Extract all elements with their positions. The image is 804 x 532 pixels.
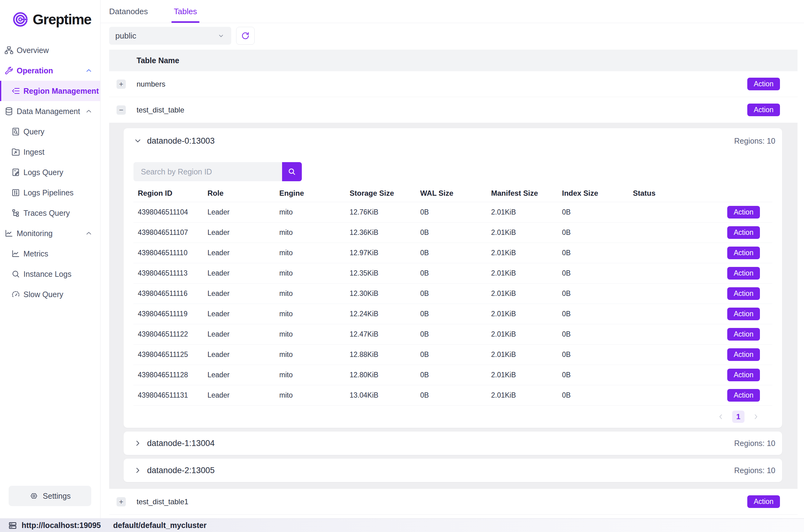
wal-size-cell: 0B [420,350,491,359]
column-header-manifest-size: Manifest Size [491,189,562,197]
sidebar-item-label: Ingest [23,148,44,156]
chevron-up-icon[interactable] [85,66,93,75]
region-row: 4398046511116Leadermito12.30KiB0B2.01KiB… [133,284,772,304]
status-bar: http://localhost:19095 default/default_m… [0,518,804,532]
datanode-0-header[interactable]: datanode-0:13003 Regions: 10 [123,128,782,153]
region-action-button[interactable]: Action [727,206,760,218]
region-id-cell: 4398046511104 [138,208,208,216]
region-action-button[interactable]: Action [727,328,760,341]
region-id-cell: 4398046511110 [138,249,208,257]
region-row: 4398046511113Leadermito12.35KiB0B2.01KiB… [133,263,772,284]
datanode-title: datanode-0:13003 [147,136,214,146]
sidebar-item-slow-query[interactable]: Slow Query [0,284,100,305]
column-header-region-id: Region ID [138,189,208,197]
sidebar-item-metrics[interactable]: Metrics [0,244,100,264]
engine-cell: mito [279,330,350,338]
column-header-index-size: Index Size [562,189,633,197]
page-number-button[interactable]: 1 [732,411,745,423]
sidebar-item-instance-logs[interactable]: Instance Logs [0,264,100,284]
region-action-button[interactable]: Action [727,308,760,320]
main-content: Datanodes Tables public Table Name + num… [100,0,804,518]
engine-cell: mito [279,249,350,257]
sidebar-item-label: Query [23,127,44,136]
sidebar-item-logs-pipelines[interactable]: Logs Pipelines [0,183,100,203]
expand-row-button[interactable]: + [117,79,126,89]
sidebar-item-query[interactable]: Query [0,121,100,142]
tables-list-header: Table Name [109,50,798,71]
sidebar-item-ingest[interactable]: Ingest [0,142,100,162]
region-id-cell: 4398046511107 [138,228,208,237]
chevron-down-icon [217,32,225,40]
sidebar-item-logs-query[interactable]: Logs Query [0,162,100,183]
engine-cell: mito [279,371,350,379]
sidebar-item-overview[interactable]: Overview [0,40,100,60]
engine-cell: mito [279,391,350,399]
collapse-row-button[interactable]: − [117,106,126,115]
wal-size-cell: 0B [420,249,491,257]
region-row: 4398046511104Leadermito12.76KiB0B2.01KiB… [133,202,772,223]
action-button[interactable]: Action [747,78,780,90]
chevron-up-icon[interactable] [85,107,93,115]
regions-count: Regions: 10 [734,466,775,475]
region-row: 4398046511128Leadermito12.80KiB0B2.01KiB… [133,365,772,385]
table-name: numbers [137,80,165,89]
role-cell: Leader [208,208,279,216]
sidebar-item-traces-query[interactable]: Traces Query [0,203,100,223]
region-action-button[interactable]: Action [727,247,760,259]
datanode-1-header[interactable]: datanode-1:13004 Regions: 10 [123,432,782,455]
region-action-button[interactable]: Action [727,369,760,381]
settings-button[interactable]: Settings [8,486,91,506]
role-cell: Leader [208,289,279,298]
chevron-right-icon[interactable] [133,439,142,448]
column-header-status: Status [633,189,681,197]
sidebar-item-label: Operation [17,66,53,75]
endpoint-url: http://localhost:19095 [22,521,101,530]
document-edit-icon [11,168,20,177]
sidebar-item-monitoring[interactable]: Monitoring [0,223,100,244]
table-row-test-dist-table1: + test_dist_table1 Action [109,489,798,515]
tab-tables[interactable]: Tables [174,0,197,23]
regions-count: Regions: 10 [734,439,775,448]
region-action-button[interactable]: Action [727,267,760,280]
role-cell: Leader [208,391,279,399]
sidebar-item-region-management[interactable]: Region Management [0,81,100,101]
sidebar-item-data-management[interactable]: Data Management [0,101,100,121]
prev-page-button[interactable] [717,413,725,421]
datanode-title: datanode-2:13005 [147,466,214,475]
chevron-right-icon[interactable] [133,466,142,475]
schema-select[interactable]: public [109,27,231,45]
column-header-role: Role [208,189,279,197]
server-icon [8,521,17,530]
region-id-cell: 4398046511125 [138,350,208,359]
manifest-size-cell: 2.01KiB [491,228,562,237]
tab-datanodes[interactable]: Datanodes [109,0,148,23]
region-search-input[interactable] [133,162,282,181]
chevron-up-icon[interactable] [85,229,93,238]
region-search-button[interactable] [282,162,302,181]
index-size-cell: 0B [562,371,633,379]
sidebar-item-operation[interactable]: Operation [0,60,100,81]
engine-cell: mito [279,289,350,298]
refresh-button[interactable] [236,27,255,45]
next-page-button[interactable] [752,413,760,421]
sidebar-item-label: Logs Query [23,168,63,177]
wal-size-cell: 0B [420,391,491,399]
action-button[interactable]: Action [747,495,780,508]
wal-size-cell: 0B [420,371,491,379]
region-action-button[interactable]: Action [727,348,760,361]
engine-cell: mito [279,350,350,359]
column-header-table-name: Table Name [137,56,179,65]
region-action-button[interactable]: Action [727,389,760,402]
region-action-button[interactable]: Action [727,226,760,239]
region-action-button[interactable]: Action [727,287,760,300]
action-button[interactable]: Action [747,103,780,116]
chevron-down-icon[interactable] [133,136,142,145]
storage-size-cell: 12.30KiB [350,289,420,298]
wal-size-cell: 0B [420,228,491,237]
expand-row-button[interactable]: + [117,497,126,507]
storage-size-cell: 13.04KiB [350,391,420,399]
sitemap-icon [4,45,14,55]
settings-label: Settings [43,492,71,500]
storage-size-cell: 12.24KiB [350,310,420,318]
datanode-2-header[interactable]: datanode-2:13005 Regions: 10 [123,459,782,482]
